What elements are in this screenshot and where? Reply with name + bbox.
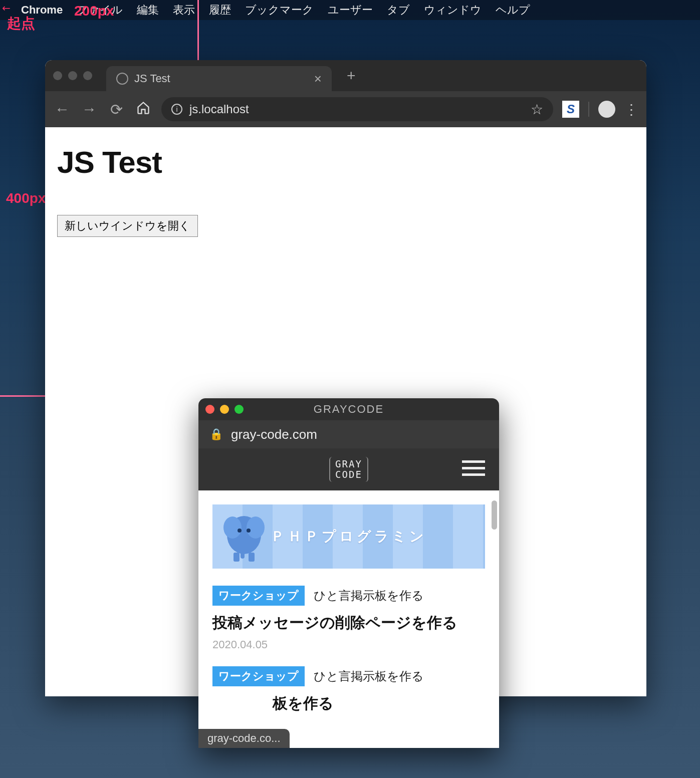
svg-point-2 [247,516,265,539]
menubar-item-edit[interactable]: 編集 [137,3,159,18]
site-header: GRAY CODE [198,448,499,490]
article-item[interactable]: ワークショップ ひと言掲示板を作る 投稿メッセージの削除ページを作る 2020.… [212,586,485,651]
svg-point-5 [247,529,251,533]
annotation-height-label: 400px [6,190,46,206]
logo-line1: GRAY [335,459,362,469]
svg-point-4 [238,529,242,533]
kebab-menu-icon[interactable]: ⋮ [624,101,638,118]
open-new-window-button[interactable]: 新しいウインドウを開く [57,215,198,237]
menubar-item-help[interactable]: ヘルプ [496,3,530,18]
menubar-item-window[interactable]: ウィンドウ [424,3,482,18]
article-category[interactable]: ひと言掲示板を作る [314,588,424,604]
window-controls[interactable] [53,71,92,80]
php-banner[interactable]: ＰＨＰプログラミン [212,504,485,569]
page-content: JS Test 新しいウインドウを開く [45,127,646,254]
article-title-partial[interactable]: 板を作る [212,693,485,714]
status-url-chip: gray-code.co... [198,729,290,748]
reload-icon[interactable]: ⟳ [107,101,125,118]
forward-icon[interactable]: → [80,101,98,118]
tab-close-icon[interactable]: × [314,71,322,87]
article-date: 2020.04.05 [212,638,485,651]
logo-line2: CODE [335,469,362,480]
address-bar[interactable]: i js.localhost ☆ [161,97,553,121]
browser-toolbar: ← → ⟳ i js.localhost ☆ S ⋮ [45,91,646,127]
url-text: js.localhost [189,102,249,116]
graycode-logo[interactable]: GRAY CODE [329,457,368,482]
new-tab-icon[interactable]: + [347,67,356,84]
home-icon[interactable] [134,101,152,118]
popup-titlebar: GRAYCODE [198,398,499,420]
page-heading: JS Test [57,144,634,180]
svg-rect-3 [241,543,245,559]
window-minimize-icon[interactable] [68,71,77,80]
svg-point-1 [223,516,242,539]
article-category[interactable]: ひと言掲示板を作る [314,668,424,684]
article-item[interactable]: ワークショップ ひと言掲示板を作る 板を作る [212,666,485,714]
globe-icon [116,73,128,85]
site-info-icon[interactable]: i [171,104,182,115]
back-icon[interactable]: ← [53,101,71,118]
article-title[interactable]: 投稿メッセージの削除ページを作る [212,613,485,633]
menubar-item-tab[interactable]: タブ [387,3,410,18]
popup-address-bar[interactable]: 🔒 gray-code.com [198,420,499,448]
window-close-icon[interactable] [53,71,62,80]
annotation-origin-label: 起点 [7,14,35,33]
workshop-tag[interactable]: ワークショップ [212,666,305,686]
browser-tab[interactable]: JS Test × [106,66,332,91]
menubar-item-bookmark[interactable]: ブックマーク [245,3,314,18]
annotation-width-label: 200px [74,3,114,19]
article-list: ＰＨＰプログラミン ワークショップ ひと言掲示板を作る 投稿メッセージの削除ペー… [198,490,499,742]
popup-minimize-icon[interactable] [220,405,229,414]
extension-s-icon[interactable]: S [562,101,579,118]
menubar-item-history[interactable]: 履歴 [209,3,231,18]
window-maximize-icon[interactable] [83,71,92,80]
svg-rect-6 [234,553,240,562]
scrollbar-thumb[interactable] [492,500,497,530]
tab-strip: JS Test × + [45,60,646,91]
popup-url-text: gray-code.com [231,427,317,442]
profile-avatar-icon[interactable] [598,101,615,118]
toolbar-divider [588,102,589,117]
banner-text: ＰＨＰプログラミン [271,527,427,546]
hamburger-menu-icon[interactable] [462,460,485,476]
tab-title: JS Test [134,72,170,85]
lock-icon[interactable]: 🔒 [209,428,223,441]
popup-close-icon[interactable] [205,405,214,414]
workshop-tag[interactable]: ワークショップ [212,586,305,606]
elephant-icon [221,507,267,563]
popup-page-content: GRAY CODE ＰＨＰプログラミン [198,448,499,748]
chrome-popup-window: GRAYCODE 🔒 gray-code.com GRAY CODE [198,398,499,748]
menubar-item-user[interactable]: ユーザー [328,3,373,18]
popup-window-title: GRAYCODE [198,403,499,416]
svg-rect-7 [249,553,255,562]
bookmark-star-icon[interactable]: ☆ [531,101,543,118]
menubar-item-view[interactable]: 表示 [173,3,195,18]
popup-maximize-icon[interactable] [235,405,244,414]
popup-window-controls[interactable] [205,405,244,414]
